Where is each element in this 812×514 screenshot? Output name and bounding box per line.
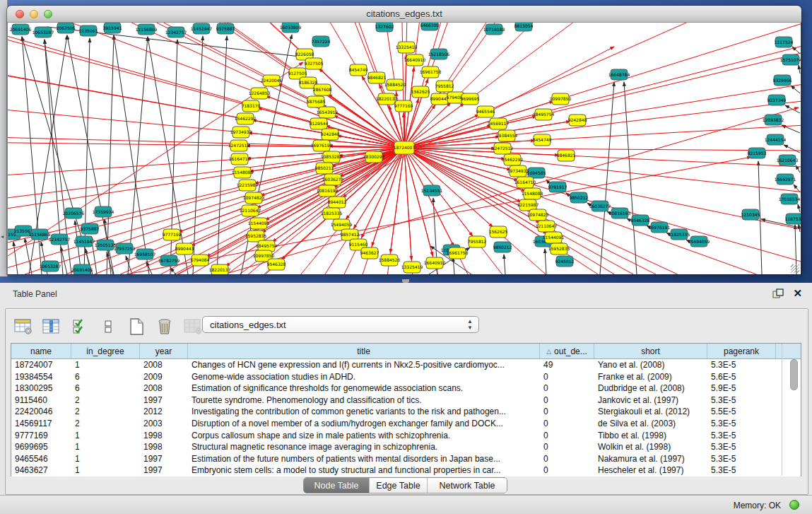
network-node[interactable]: 10816193: [609, 208, 631, 218]
network-node[interactable]: 9242848: [568, 115, 587, 126]
network-node[interactable]: 10853287: [321, 151, 343, 163]
network-node[interactable]: 13325419: [401, 262, 423, 273]
row-height-button[interactable]: [98, 316, 119, 337]
network-node[interactable]: 19384554: [496, 130, 518, 141]
network-window[interactable]: citations_edges.txt 20691406106532872063…: [7, 6, 801, 274]
network-node[interactable]: 9245012: [555, 256, 575, 267]
table-row[interactable]: 911546021997Tourette syndrome. Phenomeno…: [11, 395, 801, 407]
network-node[interactable]: 18300295: [363, 151, 385, 163]
network-node[interactable]: 9375887: [216, 23, 235, 34]
collapse-handle-icon[interactable]: ◂: [1, 233, 4, 240]
network-node[interactable]: 19734933: [230, 127, 252, 138]
table-row[interactable]: 1872400712008Changes of HCN gene express…: [11, 359, 801, 371]
network-node[interactable]: 12342757: [49, 234, 71, 245]
network-node[interactable]: 11451947: [191, 23, 213, 34]
show-columns-button[interactable]: [41, 316, 62, 337]
table-row[interactable]: 946362711997Embryonic stem cells: a mode…: [11, 465, 801, 477]
network-node[interactable]: 11548088: [522, 188, 543, 199]
scrollbar-thumb[interactable]: [790, 359, 798, 390]
network-node[interactable]: 15692971: [775, 174, 796, 185]
resize-grip[interactable]: [791, 264, 799, 273]
select-columns-button[interactable]: [69, 316, 90, 337]
network-node[interactable]: 18495754: [533, 109, 555, 120]
network-node[interactable]: 15884520: [384, 79, 406, 90]
network-node[interactable]: 12472512: [228, 140, 250, 151]
network-node[interactable]: 9375887: [81, 223, 100, 234]
network-node[interactable]: 10816193: [317, 185, 339, 197]
network-node[interactable]: 10653287: [40, 261, 61, 271]
network-node[interactable]: 12472512: [492, 143, 514, 154]
network-node[interactable]: 1117524: [775, 37, 794, 47]
network-node[interactable]: 9846821: [557, 150, 576, 161]
column-header-name[interactable]: name: [11, 344, 71, 358]
network-node[interactable]: 15462292: [235, 113, 257, 124]
network-node[interactable]: 14569117: [488, 118, 510, 129]
network-node[interactable]: 17016534: [779, 194, 801, 204]
column-header-title[interactable]: title: [188, 344, 540, 358]
network-node[interactable]: 7183170: [242, 100, 261, 112]
network-node[interactable]: 9850212: [570, 192, 589, 203]
network-node[interactable]: 9546328: [631, 215, 650, 226]
window-titlebar[interactable]: citations_edges.txt: [7, 6, 801, 23]
delete-column-button[interactable]: [182, 316, 204, 337]
column-header-pagerank[interactable]: pagerank: [707, 344, 776, 358]
column-header-year[interactable]: year: [140, 344, 188, 358]
network-node[interactable]: 10653287: [33, 27, 54, 37]
network-node[interactable]: 12264853: [249, 88, 271, 99]
table-row[interactable]: 977716911998Corpus callosum shape and si…: [11, 430, 801, 442]
network-node[interactable]: 15884520: [379, 255, 401, 266]
close-panel-icon[interactable]: ✕: [793, 287, 802, 300]
network-node[interactable]: 16036277: [322, 174, 344, 185]
network-node[interactable]: 9546328: [267, 259, 286, 270]
network-node[interactable]: 11825335: [321, 208, 343, 219]
network-node[interactable]: 20691406: [71, 264, 93, 274]
network-canvas[interactable]: 2069140610653287206350621350613915941111…: [8, 23, 801, 274]
network-node[interactable]: 22420046: [261, 75, 283, 86]
network-node[interactable]: 15218506: [428, 49, 450, 59]
column-header-in_degree[interactable]: in_degree: [71, 344, 140, 358]
network-node[interactable]: 9465546: [476, 106, 495, 117]
network-node[interactable]: 5875685: [307, 96, 326, 107]
tab-edge-table[interactable]: Edge Table: [369, 478, 427, 493]
network-node[interactable]: 12444154: [765, 134, 787, 145]
network-node[interactable]: 3915941: [103, 23, 122, 33]
network-node[interactable]: 11548088: [232, 167, 254, 178]
table-row[interactable]: 1456911722003Disruption of a novel membe…: [11, 418, 801, 430]
network-node[interactable]: 7955812: [435, 81, 454, 92]
network-node[interactable]: 19734933: [507, 165, 529, 177]
network-node[interactable]: 10974823: [243, 192, 265, 204]
network-node[interactable]: 16033809: [280, 23, 302, 33]
network-node[interactable]: 1167533: [785, 214, 801, 224]
network-node[interactable]: 1562625: [411, 86, 430, 98]
network-node[interactable]: 8454749: [349, 64, 368, 76]
float-window-icon[interactable]: [772, 288, 784, 298]
network-node[interactable]: 2063506: [57, 23, 76, 33]
network-node[interactable]: 9777169: [163, 229, 182, 240]
network-node[interactable]: 1562625: [489, 226, 508, 238]
network-node[interactable]: 16976191: [311, 140, 333, 151]
network-node[interactable]: 13325419: [396, 42, 418, 53]
network-node[interactable]: 15751074: [780, 54, 801, 65]
network-node[interactable]: 16164710: [514, 177, 536, 188]
network-node[interactable]: 16961758: [447, 247, 469, 259]
network-node[interactable]: 1210345: [741, 209, 760, 220]
network-node[interactable]: 11451947: [73, 236, 95, 247]
table-row[interactable]: 969969511998Structural magnetic resonanc…: [11, 441, 801, 453]
network-node[interactable]: 20691406: [10, 24, 32, 35]
network-node[interactable]: 16164710: [229, 153, 251, 165]
network-node[interactable]: 8215953: [748, 148, 767, 158]
network-node[interactable]: 2867608: [313, 84, 332, 95]
network-node[interactable]: 11825335: [669, 229, 690, 240]
table-row[interactable]: 1938455462009Genome-wide association stu…: [11, 371, 801, 383]
network-node[interactable]: 17359934: [93, 206, 114, 217]
network-node[interactable]: 10974823: [527, 209, 549, 221]
column-header-out_de[interactable]: △out_de...: [540, 344, 594, 358]
network-node[interactable]: 16640910: [424, 257, 446, 269]
network-node[interactable]: 20206576: [63, 208, 85, 218]
delete-table-button[interactable]: [154, 316, 175, 337]
network-node[interactable]: 12110647: [536, 221, 558, 232]
network-node[interactable]: 9242848: [321, 129, 340, 140]
network-node[interactable]: 8813054: [514, 23, 534, 31]
network-node[interactable]: 16976191: [649, 222, 671, 233]
network-node[interactable]: 12110647: [240, 205, 261, 216]
